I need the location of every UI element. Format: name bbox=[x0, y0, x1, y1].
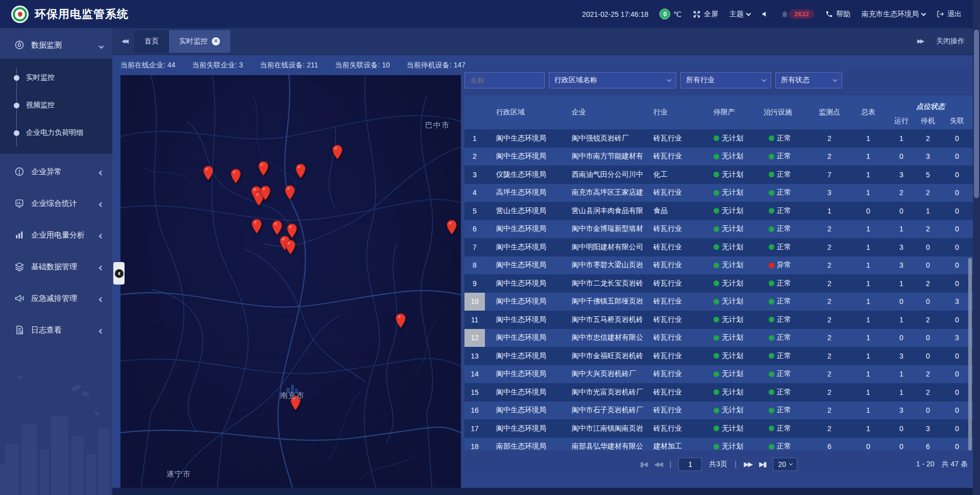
chevron-left-icon bbox=[99, 265, 104, 270]
prev-page-button[interactable]: ◀◀ bbox=[654, 460, 662, 468]
map-pin-icon[interactable] bbox=[231, 169, 241, 186]
status-filter-select[interactable]: 所有状态 bbox=[775, 72, 842, 88]
sidebar-item-base-data[interactable]: 基础数据管理 bbox=[0, 253, 112, 280]
tab-scroll-right-icon[interactable]: ▶▶ bbox=[917, 38, 923, 44]
tab-close-icon[interactable]: ✕ bbox=[212, 37, 220, 45]
status-dot-green-icon bbox=[714, 335, 719, 341]
cell-limit-status: 无计划 bbox=[708, 184, 764, 202]
cell-stop-count: 6 bbox=[915, 438, 941, 451]
table-row[interactable]: 2阆中生态环境局阆中市南方节能建材有砖瓦行业无计划正常21030 bbox=[464, 148, 973, 166]
table-row[interactable]: 16阆中生态环境局阆中市石子页岩机砖厂砖瓦行业无计划正常21300 bbox=[464, 402, 973, 420]
cell-total-meter: 1 bbox=[848, 129, 888, 148]
submenu-dot-icon bbox=[14, 75, 19, 81]
limit-status-label: 无计划 bbox=[722, 134, 743, 143]
table-row[interactable]: 11阆中生态环境局阆中市五马桥页岩机砖砖瓦行业无计划正常21120 bbox=[464, 311, 973, 329]
region-filter-select[interactable]: 行政区域名称 bbox=[549, 72, 676, 88]
map-pin-icon[interactable] bbox=[395, 313, 406, 331]
cell-row-number: 13 bbox=[464, 347, 485, 365]
cell-monitor-count: 2 bbox=[811, 129, 848, 148]
table-row[interactable]: 8阆中生态环境局阆中市枣碧大梁山页岩砖瓦行业无计划异常21300 bbox=[464, 256, 973, 275]
stat-label: 当前失联设备: bbox=[335, 61, 380, 69]
table-row[interactable]: 4高坪生态环境局南充市高坪区王家店建砖瓦行业无计划正常31220 bbox=[464, 184, 973, 202]
sidebar-item-logs[interactable]: 日志查看 bbox=[0, 316, 112, 344]
sidebar-item-enterprise-abnormal[interactable]: 企业异常 bbox=[0, 158, 112, 185]
first-page-button[interactable]: ▮◀ bbox=[640, 460, 647, 468]
help-button[interactable]: 帮助 bbox=[825, 10, 850, 19]
cell-stop-count: 2 bbox=[915, 311, 941, 329]
status-dot-green-icon bbox=[714, 408, 719, 413]
last-page-button[interactable]: ▶▮ bbox=[759, 460, 766, 468]
map-pin-icon[interactable] bbox=[285, 185, 296, 202]
mute-button[interactable] bbox=[762, 10, 769, 18]
table-row[interactable]: 5营山生态环境局营山县润丰肉食品有限食品无计划正常10010 bbox=[464, 202, 973, 220]
cell-monitor-count: 2 bbox=[811, 329, 848, 347]
sidebar-item-enterprise-stats[interactable]: 企业综合统计 bbox=[0, 190, 112, 217]
name-filter-field[interactable] bbox=[464, 72, 545, 88]
cell-run-count: 0 bbox=[888, 293, 915, 311]
table-scrollbar-thumb[interactable] bbox=[968, 258, 972, 451]
cell-region: 阆中生态环境局 bbox=[485, 256, 559, 275]
cell-region: 仪陇生态环境局 bbox=[485, 166, 559, 184]
map-pin-icon[interactable] bbox=[285, 240, 296, 257]
cell-treatment-status: 正常 bbox=[764, 220, 811, 239]
chevron-down-icon bbox=[921, 11, 926, 16]
page-number-input[interactable] bbox=[678, 458, 702, 471]
table-row[interactable]: 12阆中生态环境局阆中市忠信建材有限公砖瓦行业无计划正常21003 bbox=[464, 329, 973, 347]
cell-treatment-status: 正常 bbox=[764, 184, 811, 202]
map-pin-icon[interactable] bbox=[203, 166, 214, 183]
close-operations-button[interactable]: 关闭操作 bbox=[936, 37, 965, 46]
cell-industry: 建材加工 bbox=[651, 438, 708, 451]
map-pin-icon[interactable] bbox=[251, 219, 262, 236]
fullscreen-button[interactable]: 全屏 bbox=[693, 10, 718, 19]
map[interactable]: 巴中市南充市遂宁市 bbox=[120, 75, 461, 488]
map-pin-icon[interactable] bbox=[295, 163, 306, 181]
page-size-select[interactable]: 20 bbox=[773, 458, 797, 471]
table-row[interactable]: 13阆中生态环境局阆中市金福旺页岩机砖砖瓦行业无计划正常21300 bbox=[464, 347, 973, 365]
page-scrollbar[interactable] bbox=[973, 0, 980, 495]
treatment-status-label: 正常 bbox=[777, 315, 791, 324]
cell-run-count: 1 bbox=[888, 129, 915, 148]
alarm-button[interactable]: 2632 bbox=[780, 9, 814, 19]
map-pin-icon[interactable] bbox=[446, 220, 457, 237]
map-pin-icon[interactable] bbox=[258, 161, 269, 178]
table-row[interactable]: 6阆中生态环境局阆中市金博瑞新型墙材砖瓦行业无计划正常21120 bbox=[464, 220, 973, 239]
page-scrollbar-thumb[interactable] bbox=[974, 30, 979, 198]
table-row[interactable]: 7阆中生态环境局阆中明阳建材有限公司砖瓦行业无计划正常21300 bbox=[464, 238, 973, 256]
table-row[interactable]: 15阆中生态环境局阆中市光富页岩机砖厂砖瓦行业无计划正常21120 bbox=[464, 383, 973, 402]
cell-industry: 砖瓦行业 bbox=[651, 347, 708, 365]
table-row[interactable]: 3仪陇生态环境局西南油气田分公司川中化工无计划正常71350 bbox=[464, 166, 973, 184]
sidebar-subitem-实时监控[interactable]: 实时监控 bbox=[0, 64, 112, 91]
tab-home[interactable]: 首页 bbox=[134, 30, 169, 53]
map-collapse-handle[interactable] bbox=[113, 262, 125, 285]
theme-dropdown[interactable]: 主题 bbox=[729, 10, 750, 19]
table-row[interactable]: 14阆中生态环境局阆中大兴页岩机砖厂砖瓦行业无计划正常21120 bbox=[464, 365, 973, 384]
map-pin-icon[interactable] bbox=[272, 220, 282, 238]
logout-button[interactable]: 退出 bbox=[937, 10, 962, 19]
next-page-button[interactable]: ▶▶ bbox=[744, 460, 752, 468]
sidebar-item-data-monitor[interactable]: 数据监测 bbox=[0, 31, 112, 59]
cell-company: 阆中大兴页岩机砖厂 bbox=[559, 365, 651, 384]
table-row[interactable]: 1阆中生态环境局阆中强锐页岩砖厂砖瓦行业无计划正常21120 bbox=[464, 129, 973, 148]
table-row[interactable]: 18南部生态环境局南部县弘华建材有限公建材加工无计划正常60060 bbox=[464, 438, 973, 451]
status-dot-green-icon bbox=[714, 154, 719, 159]
status-dot-green-icon bbox=[769, 190, 774, 196]
name-filter-input[interactable] bbox=[470, 76, 539, 84]
sidebar-subitem-企业电力负荷明细[interactable]: 企业电力负荷明细 bbox=[0, 119, 112, 147]
chevron-left-icon bbox=[99, 202, 104, 207]
limit-status-label: 无计划 bbox=[722, 442, 743, 451]
cell-industry: 砖瓦行业 bbox=[651, 256, 708, 275]
sidebar-item-power-analysis[interactable]: 企业用电量分析 bbox=[0, 221, 112, 249]
sidebar-item-emergency[interactable]: 应急减排管理 bbox=[0, 285, 112, 312]
tab-scroll-left-icon[interactable]: ◀◀ bbox=[112, 38, 134, 44]
map-pin-icon[interactable] bbox=[332, 145, 342, 162]
table-row[interactable]: 10阆中生态环境局阆中千佛镇五郎垭页岩砖瓦行业无计划正常21003 bbox=[464, 293, 973, 311]
cell-total-meter: 1 bbox=[848, 220, 888, 239]
org-dropdown[interactable]: 南充市生态环境局 bbox=[862, 10, 925, 19]
tab-realtime-monitor[interactable]: 实时监控 ✕ bbox=[169, 30, 230, 53]
sidebar-subitem-视频监控[interactable]: 视频监控 bbox=[0, 91, 112, 119]
table-row[interactable]: 9阆中生态环境局阆中市二龙长宝页岩砖砖瓦行业无计划正常21120 bbox=[464, 274, 973, 293]
table-row[interactable]: 17阆中生态环境局阆中市江南镇阆南页岩砖瓦行业无计划正常21030 bbox=[464, 419, 973, 438]
map-pin-icon[interactable] bbox=[260, 185, 271, 203]
industry-filter-select[interactable]: 所有行业 bbox=[680, 72, 771, 88]
tabbar: ◀◀ 首页 实时监控 ✕ ▶▶ 关闭操作 bbox=[112, 28, 973, 55]
